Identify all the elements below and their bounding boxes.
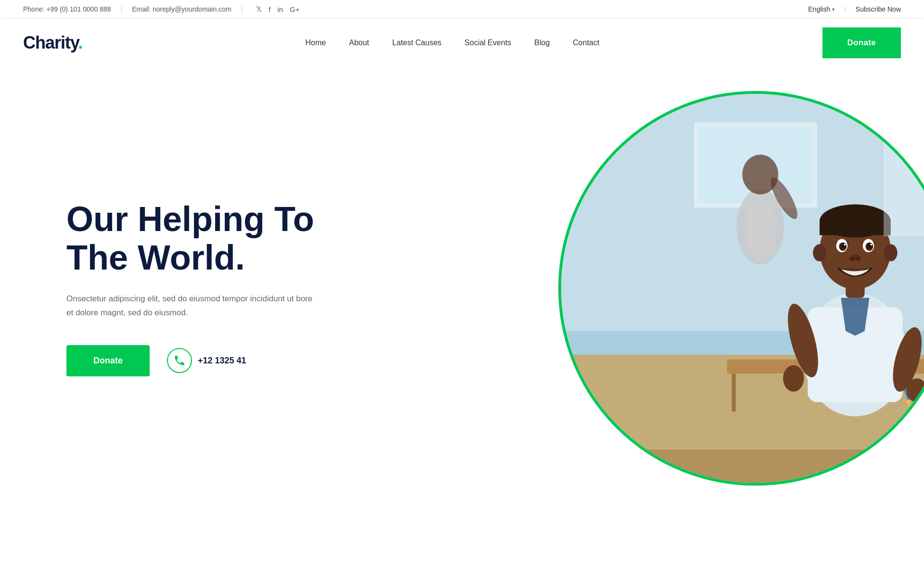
svg-point-31	[870, 244, 872, 245]
chevron-down-icon: ▾	[832, 7, 834, 12]
hero-actions: Donate +12 1325 41	[66, 345, 360, 376]
svg-point-34	[856, 257, 861, 261]
svg-point-39	[917, 398, 924, 405]
hero-section: Our Helping To The World. Onsectetur adi…	[0, 67, 924, 500]
twitter-icon[interactable]: 𝕏	[256, 5, 262, 13]
hero-content: Our Helping To The World. Onsectetur adi…	[23, 200, 360, 376]
svg-point-33	[849, 257, 854, 261]
phone-action[interactable]: +12 1325 41	[167, 348, 246, 373]
svg-point-30	[844, 244, 846, 245]
logo[interactable]: Charity.	[23, 33, 82, 53]
svg-point-23	[884, 244, 898, 261]
nav-link-home[interactable]: Home	[306, 39, 326, 47]
top-bar-left: Phone: +99 (0) 101 0000 888 | Email: nor…	[23, 5, 300, 13]
nav-links: Home About Latest Causes Social Events B…	[306, 39, 600, 47]
social-links: 𝕏 f in G+	[256, 5, 299, 13]
language-selector[interactable]: English ▾	[808, 5, 834, 13]
nav-link-about[interactable]: About	[349, 39, 369, 47]
hero-image-circle	[558, 91, 924, 486]
nav-link-contact[interactable]: Contact	[573, 39, 599, 47]
top-bar-right: English ▾ | Subscribe Now	[808, 5, 901, 13]
divider-3: |	[844, 5, 846, 13]
top-bar: Phone: +99 (0) 101 0000 888 | Email: nor…	[0, 0, 924, 19]
nav-item-blog[interactable]: Blog	[534, 39, 550, 47]
svg-rect-21	[820, 221, 891, 235]
phone-icon	[167, 348, 192, 373]
nav-link-causes[interactable]: Latest Causes	[392, 39, 441, 47]
google-plus-icon[interactable]: G+	[290, 5, 299, 13]
facebook-icon[interactable]: f	[269, 5, 270, 13]
donate-button-hero[interactable]: Donate	[66, 345, 150, 376]
nav-link-blog[interactable]: Blog	[534, 39, 550, 47]
email-info: Email: noreply@yourdomain.com	[132, 5, 231, 13]
logo-text: Charity	[23, 33, 78, 52]
svg-rect-42	[884, 94, 924, 236]
svg-point-36	[783, 365, 804, 392]
hero-description: Onsectetur adipiscing elit, sed do eiusm…	[66, 292, 317, 320]
phone-number: +12 1325 41	[198, 356, 246, 366]
svg-point-22	[813, 244, 826, 261]
nav-item-events[interactable]: Social Events	[464, 39, 511, 47]
divider-2: |	[241, 5, 243, 13]
hero-image-container	[558, 91, 924, 486]
svg-rect-6	[746, 207, 774, 255]
donate-button-nav[interactable]: Donate	[822, 27, 901, 58]
nav-item-home[interactable]: Home	[306, 39, 326, 47]
nav-item-about[interactable]: About	[349, 39, 369, 47]
phone-info: Phone: +99 (0) 101 0000 888	[23, 5, 111, 13]
language-label: English	[808, 5, 830, 13]
hero-title: Our Helping To The World.	[66, 200, 360, 276]
navbar: Charity. Home About Latest Causes Social…	[0, 19, 924, 67]
nav-item-causes[interactable]: Latest Causes	[392, 39, 441, 47]
divider-1: |	[121, 5, 123, 13]
nav-item-contact[interactable]: Contact	[573, 39, 599, 47]
nav-link-events[interactable]: Social Events	[464, 39, 511, 47]
logo-dot: .	[78, 33, 82, 52]
subscribe-link[interactable]: Subscribe Now	[856, 5, 901, 13]
svg-rect-43	[561, 450, 924, 483]
svg-rect-10	[732, 374, 736, 412]
linkedin-icon[interactable]: in	[277, 5, 283, 13]
